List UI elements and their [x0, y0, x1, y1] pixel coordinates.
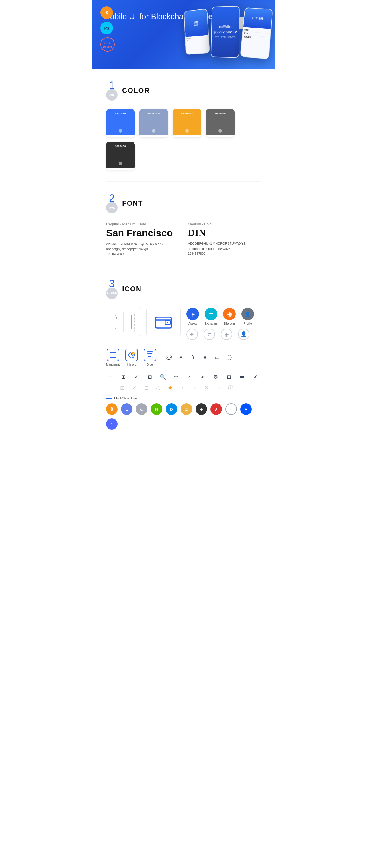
order-app-icon: Order	[144, 349, 156, 366]
swatch-dark: #303030	[106, 142, 135, 170]
font-section-header: 2 TWO FONT	[106, 193, 261, 213]
exchange-icon-outline: ⇌	[204, 329, 215, 340]
chat-icon: 💬	[165, 353, 173, 362]
swatch-gray: #666666	[206, 109, 234, 137]
profile-icon-outline: 👤	[238, 329, 250, 340]
icon-section-header: 3 THREE ICON	[106, 279, 261, 299]
icon-wallet-colored	[146, 308, 181, 336]
swatch-slate: #8DA0C8	[139, 109, 168, 137]
svg-rect-0	[156, 317, 171, 328]
utility-icons-gray: + ⊞ ✓ ⊡ ◌ ★ ‹ ↔ ✕ → ⓘ	[106, 384, 261, 392]
close-icon-gray: ✕	[202, 384, 210, 392]
history-icon-svg	[128, 351, 135, 359]
phone-mockups: ▤ Profile Al... myWallet $6,297,502.12 B…	[184, 8, 271, 62]
share-icon-gray: ↔	[190, 384, 198, 392]
profile-icon-item: 👤 Profile	[242, 308, 254, 325]
qr-icon: ⊡	[146, 373, 154, 381]
color-section: 1 ONE COLOR #3574FA #8DA0C8 #F5A623	[92, 69, 275, 181]
font-section: 2 TWO FONT Regular · Medium · Bold San F…	[92, 182, 275, 267]
ark-icon: ∧	[210, 403, 222, 415]
hero-section: Mobile UI for Blockchain Wallet UI Kit S…	[92, 0, 275, 69]
plus-icon-gray: +	[106, 384, 114, 392]
wallet-svg-icon	[155, 315, 172, 329]
circle-icon-gray: ◌	[154, 384, 162, 392]
color-section-title: COLOR	[122, 87, 150, 95]
close-icon: ✕	[251, 373, 259, 381]
management-icon-svg	[110, 352, 116, 358]
zcash-icon: Z	[181, 403, 192, 415]
ltc-icon: Ł	[136, 403, 147, 415]
phone-mockup-3: + 12-298 BTC ETH WAVES	[240, 7, 273, 60]
speech-icon: ▭	[213, 353, 221, 362]
check-icon: ✓	[133, 373, 140, 381]
stack-icon: ≡	[177, 353, 185, 362]
star-icon: ☆	[172, 373, 180, 381]
bottom-spacer	[106, 430, 261, 438]
ps-badge: Ps	[101, 22, 113, 34]
dash-icon: D	[166, 403, 177, 415]
btc-icon: ₿	[106, 403, 117, 415]
assets-icon-outline: ◈	[186, 329, 198, 340]
info-icon-gray: ⓘ	[227, 384, 234, 392]
icon-construction-guide	[106, 308, 140, 336]
phone-mockup-1: ▤ Profile Al...	[184, 9, 210, 55]
blockchain-section-label: BlockChain Icon	[106, 397, 261, 400]
swatch-amber: #F5A623	[173, 109, 201, 137]
screens-badge: 60+ Screens	[101, 37, 115, 52]
screens-label: Screens	[102, 45, 112, 48]
font-grid: Regular · Medium · Bold San Francisco AB…	[106, 222, 261, 255]
share-icon: ≺	[198, 373, 206, 381]
swap-icon: ⇌	[238, 373, 246, 381]
plus-icon: +	[106, 373, 114, 381]
circle-icon: ●	[201, 353, 209, 362]
icon-section-title: ICON	[122, 285, 142, 293]
font-san-francisco: Regular · Medium · Bold San Francisco AB…	[106, 222, 179, 255]
discover-icon-outline: ◉	[221, 329, 232, 340]
utility-icons-dark: + ⊞ ✓ ⊡ 🔍 ☆ ‹ ≺ ⚙ ⊡ ⇌ ✕	[106, 373, 261, 381]
font-section-title: FONT	[122, 199, 143, 208]
eth-icon: Ξ	[121, 403, 133, 415]
swatch-blue: #3574FA	[106, 109, 135, 137]
label-line	[106, 398, 112, 399]
hero-tools: S Ps 60+ Screens	[101, 6, 115, 52]
color-swatches: #3574FA #8DA0C8 #F5A623 #666666	[106, 109, 261, 170]
icon-section: 3 THREE ICON	[92, 267, 275, 450]
qr-icon-gray: ⊡	[142, 384, 150, 392]
upload-icon: ⊡	[225, 373, 233, 381]
discover-icon-item: ◉ Discover	[223, 308, 236, 325]
check-icon-gray: ✓	[130, 384, 138, 392]
font-din: Medium · Bold DIN ABCDEFGHIJKLMNOPQRSTUV…	[188, 222, 261, 255]
settings-icon: ⚙	[211, 373, 220, 381]
assets-icon-item: ◈ Assets	[186, 308, 199, 325]
icon-display-row: ◈ Assets ⇌ Exchange ◉ Discover 👤 Profile	[106, 308, 261, 340]
search-icon: 🔍	[159, 373, 167, 381]
svg-point-2	[167, 322, 168, 323]
section-number-1: 1 ONE	[106, 80, 117, 100]
history-app-icon: History	[125, 349, 138, 366]
band-icon: ~	[106, 418, 117, 430]
svg-rect-3	[110, 352, 116, 358]
section-number-2: 2 TWO	[106, 193, 117, 213]
sketch-badge: S	[101, 6, 113, 19]
blockchain-label-text: BlockChain Icon	[114, 397, 137, 400]
screens-count: 60+	[104, 41, 111, 45]
management-app-icon: Mangment	[106, 349, 119, 366]
order-icon-svg	[147, 351, 153, 359]
app-icons-row: Mangment History	[106, 349, 261, 366]
star-icon-highlight: ★	[166, 384, 174, 392]
back-icon: ‹	[185, 373, 193, 381]
crypto-outline-1: ◇	[225, 403, 237, 415]
info-icon: ⓘ	[225, 353, 233, 362]
crypto-icons-row: ₿ Ξ Ł N D Z ◈ ∧ ◇ W ~	[106, 403, 261, 430]
forward-icon-gray: →	[215, 384, 223, 392]
named-icons-group: ◈ Assets ⇌ Exchange ◉ Discover 👤 Profile	[186, 308, 254, 340]
exchange-icon-item: ⇌ Exchange	[205, 308, 217, 325]
misc-icons-row: 💬 ≡ ) ● ▭ ⓘ	[165, 353, 233, 362]
back-icon-gray: ‹	[178, 384, 186, 392]
phone-mockup-2: myWallet $6,297,502.12 BTC · ETH · WAVES	[211, 6, 240, 58]
iota-icon: ◈	[196, 403, 207, 415]
color-section-header: 1 ONE COLOR	[106, 80, 261, 100]
neo-icon: N	[151, 403, 162, 415]
section-number-3: 3 THREE	[106, 279, 117, 299]
list-icon: ⊞	[119, 373, 127, 381]
